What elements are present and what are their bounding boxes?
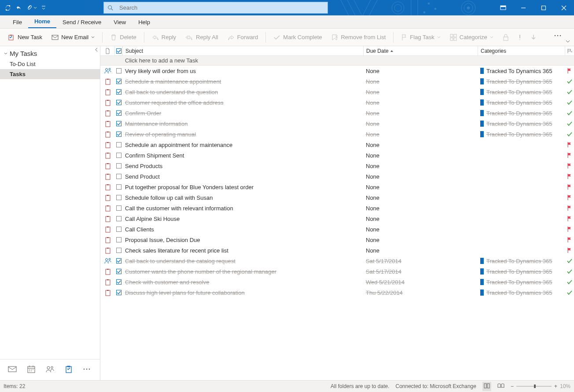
flag-task-button[interactable]: Flag Task [397,32,444,43]
task-flag[interactable] [565,256,574,266]
task-flag[interactable] [565,192,574,203]
col-categories[interactable]: Categories [478,46,565,55]
task-checkbox[interactable] [115,203,123,213]
undo-icon[interactable] [16,5,22,11]
task-row[interactable]: Check sales literature for recent price … [100,245,574,256]
task-checkbox[interactable] [115,171,123,182]
task-checkbox[interactable] [115,76,123,87]
task-row[interactable]: Call Alpine Ski HouseNone [100,213,574,224]
view-reading-icon[interactable] [497,383,504,390]
task-checkbox[interactable] [115,245,123,256]
task-flag[interactable] [565,182,574,192]
private-button[interactable] [499,32,512,43]
ribbon-collapse-icon[interactable] [565,39,570,45]
task-checkbox[interactable] [115,224,123,234]
tasks-icon[interactable] [65,365,72,374]
task-checkbox[interactable] [115,108,123,118]
task-checkbox[interactable] [115,256,123,266]
task-checkbox[interactable] [115,66,123,76]
task-flag[interactable] [565,234,574,245]
task-flag[interactable] [565,66,574,76]
task-flag[interactable] [565,150,574,161]
task-checkbox[interactable] [115,182,123,192]
task-row[interactable]: Call back to understand the catalog requ… [100,256,574,266]
col-icon[interactable] [100,46,115,55]
delete-button[interactable]: Delete [107,32,140,43]
reply-all-button[interactable]: Reply All [182,32,222,42]
search-box[interactable] [103,2,328,14]
task-row[interactable]: Check with customer and resolveWed 5/21/… [100,277,574,287]
new-task-row[interactable]: Click here to add a new Task [100,56,574,66]
ribbon-display-icon[interactable] [493,0,513,15]
task-flag[interactable] [565,277,574,287]
zoom-out-icon[interactable]: − [511,383,514,389]
task-row[interactable]: Schedule follow up call with SusanNone [100,192,574,203]
mark-complete-button[interactable]: Mark Complete [270,32,325,42]
new-email-button[interactable]: New Email [48,32,98,42]
collapse-nav-icon[interactable] [94,47,99,53]
zoom-control[interactable]: − + 10% [511,383,570,389]
tab-home[interactable]: Home [28,15,56,28]
task-checkbox[interactable] [115,266,123,277]
reply-button[interactable]: Reply [148,32,180,42]
task-flag[interactable] [565,287,574,298]
task-flag[interactable] [565,213,574,224]
task-checkbox[interactable] [115,118,123,129]
col-due-date[interactable]: Due Date [364,46,478,55]
calendar-icon[interactable] [27,365,35,374]
task-flag[interactable] [565,203,574,213]
task-checkbox[interactable] [115,213,123,224]
task-row[interactable]: Discuss high level plans for future coll… [100,287,574,298]
task-flag[interactable] [565,224,574,234]
task-checkbox[interactable] [115,139,123,150]
task-checkbox[interactable] [115,97,123,108]
sync-icon[interactable] [4,4,11,11]
task-row[interactable]: Call the customer with relevant informat… [100,203,574,213]
task-flag[interactable] [565,118,574,129]
importance-button[interactable] [515,32,525,43]
categorize-button[interactable]: Categorize [446,32,497,43]
search-input[interactable] [117,4,327,11]
task-checkbox[interactable] [115,161,123,171]
tab-view[interactable]: View [107,16,132,28]
task-flag[interactable] [565,108,574,118]
new-task-button[interactable]: New Task [4,32,46,43]
task-checkbox[interactable] [115,192,123,203]
task-row[interactable]: Maintenance informationNoneTracked To Dy… [100,118,574,129]
tab-send-receive[interactable]: Send / Receive [56,16,107,28]
more-nav-icon[interactable] [83,366,91,373]
task-row[interactable]: Schedule an appointment for maintenanceN… [100,139,574,150]
minimize-icon[interactable] [513,0,534,15]
task-flag[interactable] [565,245,574,256]
task-row[interactable]: Proposal Issue, Decision DueNone [100,234,574,245]
task-row[interactable]: Call ClientsNone [100,224,574,234]
task-flag[interactable] [565,76,574,87]
attach-icon[interactable] [26,5,37,11]
task-row[interactable]: Send ProductNone [100,171,574,182]
task-row[interactable]: Put together proposal for Blue Yonders l… [100,182,574,192]
task-row[interactable]: Confirm Shipment SentNone [100,150,574,161]
task-row[interactable]: Call back to understand the questionNone… [100,87,574,97]
task-flag[interactable] [565,161,574,171]
task-checkbox[interactable] [115,150,123,161]
zoom-slider[interactable] [516,386,552,387]
task-flag[interactable] [565,266,574,277]
task-row[interactable]: Schedule a maintenance appointmentNoneTr… [100,76,574,87]
zoom-in-icon[interactable]: + [554,383,557,389]
task-row[interactable]: Very likely will order from usNoneTracke… [100,66,574,76]
task-checkbox[interactable] [115,129,123,139]
qat-customize-icon[interactable] [41,6,46,10]
mail-icon[interactable] [8,366,17,374]
nav-todo-list[interactable]: To-Do List [0,59,100,69]
forward-button[interactable]: Forward [224,32,262,42]
people-icon[interactable] [46,366,55,374]
task-flag[interactable] [565,87,574,97]
more-commands-icon[interactable] [554,32,562,40]
task-row[interactable]: Confirm OrderNoneTracked To Dynamics 365 [100,108,574,118]
nav-tasks[interactable]: Tasks [0,69,100,79]
task-row[interactable]: Review of operating manualNoneTracked To… [100,129,574,139]
task-flag[interactable] [565,129,574,139]
col-subject[interactable]: Subject [123,46,364,55]
task-row[interactable]: Customer wants the phone number of the r… [100,266,574,277]
tab-file[interactable]: File [7,16,28,28]
